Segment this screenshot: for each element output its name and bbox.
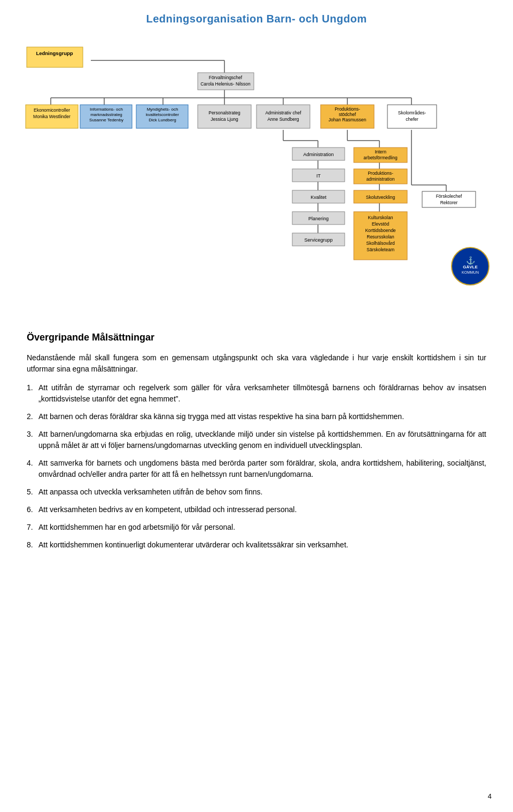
list-number: 2. xyxy=(27,411,38,422)
list-number: 4. xyxy=(27,458,38,480)
svg-text:Servicegrupp: Servicegrupp xyxy=(304,237,332,243)
svg-text:GÄVLE: GÄVLE xyxy=(463,265,478,269)
svg-text:stödchef: stödchef xyxy=(339,112,356,117)
org-chart-section: Ledningsorganisation Barn- och Ungdom xyxy=(21,11,492,314)
list-number: 1. xyxy=(27,382,38,405)
svg-text:Rektorer: Rektorer xyxy=(440,200,458,205)
list-number: 5. xyxy=(27,486,38,498)
svg-text:Skolhälsovård: Skolhälsovård xyxy=(366,241,395,246)
svg-text:Administration: Administration xyxy=(303,152,333,157)
svg-text:Skolområdes-: Skolområdes- xyxy=(398,110,426,115)
org-chart-svg: Ledningsgrupp Förvaltningschef Carola He… xyxy=(21,36,492,314)
svg-text:Kulturskolan: Kulturskolan xyxy=(368,215,393,220)
svg-text:Produktions-: Produktions- xyxy=(368,171,393,176)
svg-text:marknadsstrateg: marknadsstrateg xyxy=(90,112,122,117)
list-item: 1. Att utifrån de styrramar och regelver… xyxy=(27,382,486,405)
svg-text:Johan Rasmussen: Johan Rasmussen xyxy=(329,117,367,122)
svg-text:chefer: chefer xyxy=(406,117,418,122)
intro-text: Nedanstående mål skall fungera som en ge… xyxy=(27,352,486,375)
svg-text:Personalstrateg: Personalstrateg xyxy=(208,110,240,115)
list-text: Att anpassa och utveckla verksamheten ut… xyxy=(38,486,486,498)
list-item: 6. Att verksamheten bedrivs av en kompet… xyxy=(27,504,486,515)
list-item: 7. Att korttidshemmen har en god arbetsm… xyxy=(27,522,486,533)
list-text: Att samverka för barnets och ungdomens b… xyxy=(38,458,486,480)
list-text: Att korttidshemmen kontinuerligt dokumen… xyxy=(38,539,486,551)
content-section: Övergripande Målsättningar Nedanstående … xyxy=(21,330,492,551)
list-text: Att utifrån de styrramar och regelverk s… xyxy=(38,382,486,405)
svg-text:Kvalitet: Kvalitet xyxy=(310,195,327,200)
svg-text:KOMMUN: KOMMUN xyxy=(462,270,479,274)
svg-text:Ledningsgrupp: Ledningsgrupp xyxy=(36,50,73,56)
svg-text:arbetsförmedling: arbetsförmedling xyxy=(363,155,398,160)
list-item: 5. Att anpassa och utveckla verksamheten… xyxy=(27,486,486,498)
section-title: Övergripande Målsättningar xyxy=(27,330,486,345)
list-text: Att barnen/ungdomarna ska erbjudas en ro… xyxy=(38,429,486,451)
svg-text:IT: IT xyxy=(316,173,321,179)
list-text: Att barnen och deras föräldrar ska känna… xyxy=(38,411,486,422)
svg-text:⚓: ⚓ xyxy=(466,256,476,265)
list-item: 8. Att korttidshemmen kontinuerligt doku… xyxy=(27,539,486,551)
svg-text:Jessica Ljung: Jessica Ljung xyxy=(211,117,238,122)
svg-text:Förskolechef: Förskolechef xyxy=(436,194,462,199)
svg-text:Susanne Tedenby: Susanne Tedenby xyxy=(89,118,123,122)
svg-text:Carola Helenius- Nilsson: Carola Helenius- Nilsson xyxy=(200,81,251,87)
svg-text:administration: administration xyxy=(367,176,395,182)
objectives-list: 1. Att utifrån de styrramar och regelver… xyxy=(27,382,486,551)
svg-text:Planering: Planering xyxy=(308,216,329,221)
svg-text:kvalitetscontroller: kvalitetscontroller xyxy=(146,112,179,117)
svg-text:Förvaltningschef: Förvaltningschef xyxy=(209,75,243,80)
list-number: 8. xyxy=(27,539,38,551)
svg-text:Anne Sundberg: Anne Sundberg xyxy=(267,117,299,122)
svg-text:Elevstöd: Elevstöd xyxy=(372,221,390,227)
svg-text:Särskoleteam: Särskoleteam xyxy=(367,247,394,252)
svg-text:Korttidsboende: Korttidsboende xyxy=(365,228,395,233)
svg-text:Intern: Intern xyxy=(375,149,386,154)
page-number: 4 xyxy=(488,791,492,802)
svg-text:Dick Lundberg: Dick Lundberg xyxy=(149,118,176,122)
list-number: 6. xyxy=(27,504,38,515)
list-text: Att korttidshemmen har en god arbetsmilj… xyxy=(38,522,486,533)
svg-text:Skolutveckling: Skolutveckling xyxy=(366,195,395,200)
svg-text:Produktions-: Produktions- xyxy=(335,106,360,112)
list-item: 2. Att barnen och deras föräldrar ska kä… xyxy=(27,411,486,422)
list-number: 7. xyxy=(27,522,38,533)
list-item: 4. Att samverka för barnets och ungdomen… xyxy=(27,458,486,480)
svg-text:Administrativ chef: Administrativ chef xyxy=(265,110,301,115)
svg-text:Monika Westlinder: Monika Westlinder xyxy=(33,114,71,119)
org-chart-title: Ledningsorganisation Barn- och Ungdom xyxy=(21,11,492,27)
list-text: Att verksamheten bedrivs av en kompetent… xyxy=(38,504,486,515)
list-item: 3. Att barnen/ungdomarna ska erbjudas en… xyxy=(27,429,486,451)
svg-text:Myndighets- och: Myndighets- och xyxy=(147,107,178,112)
svg-text:Ekonomicontroller: Ekonomicontroller xyxy=(34,107,70,113)
list-number: 3. xyxy=(27,429,38,451)
svg-text:Resursskolan: Resursskolan xyxy=(367,234,394,239)
svg-text:Informations- och: Informations- och xyxy=(90,107,123,112)
org-chart-svg-container: Ledningsgrupp Förvaltningschef Carola He… xyxy=(21,36,492,314)
